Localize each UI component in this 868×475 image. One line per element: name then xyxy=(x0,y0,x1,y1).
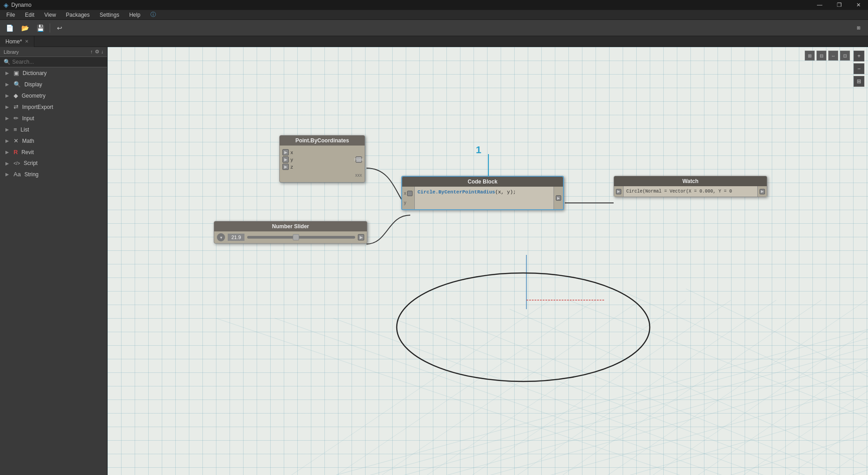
canvas[interactable]: 1 Point.ByCoordinates ▶ x ▶ y Point ▶ z … xyxy=(108,47,868,475)
sidebar-item-label: Input xyxy=(22,115,34,122)
app-title: Dynamo xyxy=(11,2,32,8)
library-header: Library ↑ ⚙ ↓ xyxy=(0,47,107,57)
string-icon: Aa xyxy=(14,171,21,178)
port-z-button[interactable]: ▶ xyxy=(282,164,289,170)
library-settings-icon[interactable]: ⚙ xyxy=(95,49,99,55)
menu-packages[interactable]: Packages xyxy=(61,11,94,19)
minimize-button[interactable]: — xyxy=(813,1,826,9)
zoom-out-button[interactable]: − xyxy=(854,63,864,74)
expand-arrow-icon: ▶ xyxy=(5,71,9,75)
list-icon: ≡ xyxy=(14,126,17,133)
codeblock-out-button[interactable]: ▶ xyxy=(556,195,561,201)
menu-settings[interactable]: Settings xyxy=(95,11,124,19)
titlebar-controls: — ❐ ✕ xyxy=(813,1,864,9)
canvas-3d-icon-button[interactable]: ⊞ xyxy=(805,51,815,61)
slider-out-button[interactable]: ▶ xyxy=(358,234,364,240)
input-icon: ✏ xyxy=(14,115,19,122)
codeblock-inputs: x y xyxy=(402,187,415,209)
sidebar-item-label: Display xyxy=(24,81,42,88)
node-point-by-coordinates[interactable]: Point.ByCoordinates ▶ x ▶ y Point ▶ z xx… xyxy=(279,135,365,183)
watch-output-area: Circle(Normal = Vector(X = 0.000, Y = 0 xyxy=(624,186,757,197)
node-number-slider[interactable]: Number Slider ▾ 21.9 ▶ xyxy=(214,221,367,244)
display-icon: 🔍 xyxy=(14,81,21,88)
tab-home[interactable]: Home* ✕ xyxy=(0,36,34,47)
node-codeblock-code[interactable]: Circle.ByCenterPointRadius(x, y); xyxy=(415,187,554,209)
canvas-top-right-icons: ⊞ ⊟ ↔ ⊡ xyxy=(805,51,850,61)
watch-out-button[interactable]: ▶ xyxy=(760,189,765,194)
sidebar-item-dictionary[interactable]: ▶ ▣ Dictionary xyxy=(0,67,107,79)
sidebar-item-geometry[interactable]: ▶ ◆ Geometry xyxy=(0,90,107,101)
sidebar-item-script[interactable]: ▶ </> Script xyxy=(0,158,107,169)
open-file-button[interactable]: 📂 xyxy=(19,22,31,34)
codeblock-output: ▶ xyxy=(554,187,563,209)
menu-view[interactable]: View xyxy=(40,11,61,19)
menu-file[interactable]: File xyxy=(2,11,19,19)
sidebar-item-math[interactable]: ▶ ✕ Math xyxy=(0,135,107,146)
node-slider-header: Number Slider xyxy=(214,221,367,231)
math-icon: ✕ xyxy=(14,137,19,144)
close-button[interactable]: ✕ xyxy=(853,1,864,9)
port-row-x2: x xyxy=(404,191,413,196)
new-file-button[interactable]: 📄 xyxy=(4,22,15,34)
sidebar-item-importexport[interactable]: ▶ ⇄ ImportExport xyxy=(0,101,107,113)
node-point-header: Point.ByCoordinates xyxy=(280,136,365,146)
expand-arrow-icon: ▶ xyxy=(5,127,9,132)
toolbar-divider xyxy=(50,24,50,33)
watch-input: ▶ xyxy=(614,186,624,197)
watch-output-port: ▶ xyxy=(757,186,767,197)
background-toggle-button[interactable]: ⊞ xyxy=(853,22,864,34)
slider-thumb[interactable] xyxy=(293,234,299,240)
canvas-2d-icon-button[interactable]: ⊟ xyxy=(816,51,826,61)
port-x-button[interactable]: ▶ xyxy=(282,149,289,155)
port-y-label: y xyxy=(289,157,295,162)
sidebar-item-label: Script xyxy=(23,160,38,166)
port-x2-button[interactable] xyxy=(407,191,413,196)
port-row-x: ▶ x xyxy=(282,149,362,155)
port-row-z: ▶ z xyxy=(282,164,362,170)
node-codeblock-content: x y Circle.ByCenterPointRadius(x, y); ▶ xyxy=(402,187,563,209)
maximize-button[interactable]: ❐ xyxy=(833,1,845,9)
expand-arrow-icon: ▶ xyxy=(5,82,9,87)
watch-in-button[interactable]: ▶ xyxy=(616,189,621,194)
node-watch[interactable]: Watch ▶ Circle(Normal = Vector(X = 0.000… xyxy=(614,176,767,197)
library-expand-icon[interactable]: ↑ xyxy=(90,49,93,55)
slider-chevron-button[interactable]: ▾ xyxy=(217,233,225,241)
menu-info-icon[interactable]: ⓘ xyxy=(146,10,160,19)
expand-arrow-icon: ▶ xyxy=(5,116,9,121)
expand-arrow-icon: ▶ xyxy=(5,150,9,155)
port-z-label: z xyxy=(289,164,295,169)
sidebar-item-revit[interactable]: ▶ R Revit xyxy=(0,146,107,158)
library-collapse-icon[interactable]: ↓ xyxy=(101,49,104,55)
menu-edit[interactable]: Edit xyxy=(20,11,39,19)
revit-icon: R xyxy=(14,149,18,155)
port-x2-label: x xyxy=(404,191,406,196)
canvas-fullscreen-button[interactable]: ↔ xyxy=(828,51,838,61)
menu-help[interactable]: Help xyxy=(125,11,145,19)
sidebar-item-input[interactable]: ▶ ✏ Input xyxy=(0,113,107,124)
sidebar-item-string[interactable]: ▶ Aa String xyxy=(0,169,107,180)
dictionary-icon: ▣ xyxy=(14,70,19,76)
port-row-y2: y xyxy=(404,200,413,205)
importexport-icon: ⇄ xyxy=(14,103,19,110)
save-file-button[interactable]: 💾 xyxy=(34,22,46,34)
zoom-in-button[interactable]: + xyxy=(854,51,864,61)
sidebar-item-display[interactable]: ▶ 🔍 Display xyxy=(0,79,107,90)
node-slider-body: ▾ 21.9 ▶ xyxy=(214,231,367,243)
fit-view-button[interactable]: ⊞ xyxy=(854,76,864,87)
port-point-out-button[interactable]: Point xyxy=(356,156,362,163)
canvas-background-button[interactable]: ⊡ xyxy=(840,51,850,61)
sidebar-item-list[interactable]: ▶ ≡ List xyxy=(0,124,107,135)
tab-close-icon[interactable]: ✕ xyxy=(25,39,28,44)
node-watch-header: Watch xyxy=(614,176,767,186)
port-row-y: ▶ y Point xyxy=(282,156,362,163)
port-y-button[interactable]: ▶ xyxy=(282,156,289,163)
search-box: 🔍 xyxy=(0,57,107,67)
tabbar: Home* ✕ xyxy=(0,36,868,47)
node-code-block[interactable]: Code Block x y Circle.ByCenterPointRadiu… xyxy=(401,176,564,210)
search-input[interactable] xyxy=(12,59,103,65)
main-layout: Library ↑ ⚙ ↓ 🔍 ▶ ▣ Dictionary ▶ 🔍 Displ… xyxy=(0,47,868,475)
undo-button[interactable]: ↩ xyxy=(54,22,66,34)
slider-track[interactable] xyxy=(247,236,355,239)
node-point-body: ▶ x ▶ y Point ▶ z xxx xyxy=(280,146,365,182)
menubar: File Edit View Packages Settings Help ⓘ xyxy=(0,10,868,20)
